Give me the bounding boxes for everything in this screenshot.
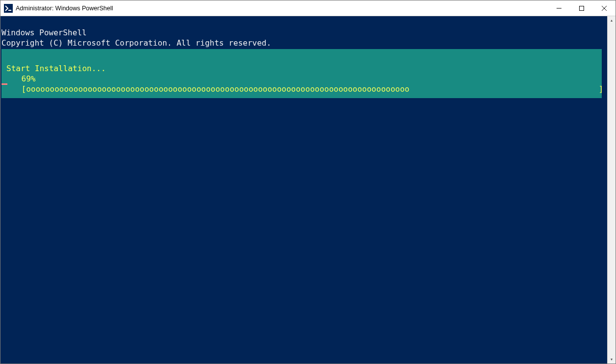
- minimize-button[interactable]: [548, 0, 570, 16]
- console-output[interactable]: Windows PowerShellCopyright (C) Microsof…: [0, 16, 607, 364]
- scroll-up-icon: ▴: [611, 18, 613, 23]
- client-area: Windows PowerShellCopyright (C) Microsof…: [0, 16, 616, 364]
- scroll-down-icon: ▾: [611, 357, 613, 362]
- window-title: Administrator: Windows PowerShell: [16, 0, 548, 16]
- close-button[interactable]: [593, 0, 616, 16]
- window-controls: [548, 0, 616, 16]
- maximize-button[interactable]: [570, 0, 593, 16]
- progress-title: Start Installation...: [1, 59, 602, 74]
- minimize-icon: [557, 6, 561, 11]
- scroll-down-button[interactable]: ▾: [608, 355, 616, 364]
- vertical-scrollbar[interactable]: ▴ ▾: [607, 16, 616, 364]
- console-line-header2: Copyright (C) Microsoft Corporation. All…: [1, 38, 607, 48]
- console-line-header1: Windows PowerShell: [1, 27, 607, 38]
- powershell-icon: [4, 4, 13, 13]
- scroll-up-button[interactable]: ▴: [608, 16, 616, 25]
- progress-percent: 69%: [1, 74, 602, 84]
- scroll-track[interactable]: [608, 25, 616, 355]
- close-icon: [602, 6, 607, 11]
- maximize-icon: [579, 6, 584, 11]
- progress-bar-line: [ooooooooooooooooooooooooooooooooooooooo…: [1, 84, 602, 98]
- progress-block: Start Installation... 69% [ooooooooooooo…: [1, 49, 602, 98]
- powershell-window: Administrator: Windows PowerShell Window…: [0, 0, 616, 364]
- svg-rect-2: [580, 6, 584, 10]
- cursor: [1, 83, 7, 85]
- titlebar[interactable]: Administrator: Windows PowerShell: [0, 0, 616, 16]
